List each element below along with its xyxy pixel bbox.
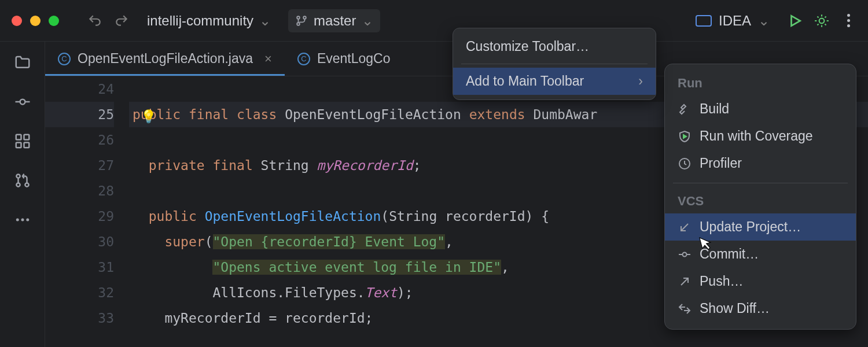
chevron-down-icon: ⌄: [758, 13, 770, 29]
java-class-icon: C: [297, 53, 310, 65]
panel-label: Push…: [700, 274, 743, 289]
svg-point-18: [683, 252, 687, 256]
chevron-down-icon: ⌄: [259, 13, 271, 29]
shield-run-icon: [678, 130, 692, 143]
panel-label: Run with Coverage: [700, 128, 813, 144]
line-gutter: 24 25 26 27 28 29 30 31 32 33: [45, 76, 129, 347]
project-selector[interactable]: intellij-community ⌄: [140, 9, 278, 32]
branch-icon: [295, 14, 308, 27]
menu-item-add-to-toolbar[interactable]: Add to Main Toolbar ›: [453, 68, 656, 95]
svg-rect-7: [24, 135, 29, 140]
panel-label: Show Diff…: [700, 301, 770, 316]
panel-section-vcs: VCS: [665, 189, 856, 213]
chevron-down-icon: ⌄: [362, 13, 373, 29]
editor-tab[interactable]: C OpenEventLogFileAction.java ×: [45, 42, 285, 76]
line-number: 32: [45, 280, 114, 305]
line-number: 28: [45, 178, 114, 204]
undo-button[interactable]: [87, 13, 103, 29]
svg-rect-6: [16, 135, 21, 140]
branch-selector[interactable]: master ⌄: [288, 9, 380, 32]
line-number: 26: [45, 127, 114, 153]
project-name: intellij-community: [147, 13, 253, 29]
maximize-window-button[interactable]: [49, 16, 59, 26]
panel-label: Build: [700, 101, 729, 117]
line-number: 25: [45, 102, 114, 127]
kebab-icon: [847, 14, 850, 27]
hammer-icon: [678, 102, 692, 116]
main-toolbar: intellij-community ⌄ master ⌄ IDEA ⌄: [0, 0, 868, 42]
panel-item-show-diff[interactable]: Show Diff…: [665, 295, 856, 322]
close-window-button[interactable]: [12, 16, 22, 26]
window-controls: [12, 16, 59, 26]
svg-point-4: [819, 18, 825, 23]
menu-item-customize-toolbar[interactable]: Customize Toolbar…: [453, 33, 656, 60]
run-config-name: IDEA: [719, 13, 751, 29]
panel-separator: [673, 183, 848, 183]
line-number: 30: [45, 229, 114, 254]
run-config-selector[interactable]: IDEA ⌄: [689, 9, 777, 32]
toolbar-context-menu: Customize Toolbar… Add to Main Toolbar ›: [453, 28, 656, 100]
panel-section-run: Run: [665, 71, 856, 95]
editor-tab[interactable]: C EventLogCo: [285, 42, 403, 76]
svg-point-2: [297, 23, 300, 25]
svg-rect-9: [24, 143, 29, 148]
arrow-down-left-icon: [678, 220, 692, 234]
structure-tool-button[interactable]: [13, 132, 32, 150]
panel-item-profiler[interactable]: Profiler: [665, 150, 856, 177]
more-tools-button[interactable]: [13, 211, 32, 229]
commit-icon: [678, 248, 692, 261]
svg-marker-16: [683, 135, 686, 138]
tool-window-sidebar: [0, 42, 45, 347]
svg-point-15: [26, 219, 29, 222]
intention-bulb-icon[interactable]: 💡: [141, 104, 156, 130]
menu-label: Customize Toolbar…: [466, 39, 589, 54]
redo-button[interactable]: [113, 13, 130, 29]
panel-item-commit[interactable]: Commit…: [665, 241, 856, 268]
chevron-right-icon: ›: [638, 73, 643, 89]
line-number: 33: [45, 305, 114, 331]
menu-separator: [461, 64, 648, 64]
minimize-window-button[interactable]: [30, 16, 41, 26]
run-button[interactable]: [787, 13, 803, 29]
add-to-toolbar-submenu: Run Build Run with Coverage Profiler VCS…: [664, 64, 856, 330]
panel-item-push[interactable]: Push…: [665, 268, 856, 295]
svg-point-13: [16, 219, 19, 222]
pull-requests-tool-button[interactable]: [13, 171, 32, 190]
panel-item-run-coverage[interactable]: Run with Coverage: [665, 123, 856, 150]
branch-name: master: [314, 13, 356, 29]
svg-rect-8: [16, 143, 21, 148]
project-tool-button[interactable]: [13, 53, 32, 72]
line-number: 27: [45, 153, 114, 178]
menu-label: Add to Main Toolbar: [466, 73, 584, 89]
svg-point-14: [21, 219, 24, 222]
panel-label: Profiler: [700, 156, 742, 171]
arrow-up-right-icon: [678, 275, 692, 289]
svg-point-12: [25, 183, 28, 186]
line-number: 29: [45, 204, 114, 229]
java-class-icon: C: [58, 53, 71, 65]
panel-label: Update Project…: [700, 219, 801, 235]
panel-item-update-project[interactable]: Update Project…: [665, 213, 856, 241]
svg-point-5: [20, 99, 25, 105]
line-number: 31: [45, 254, 114, 280]
more-button[interactable]: [840, 13, 856, 29]
line-number: 24: [45, 76, 114, 102]
close-tab-button[interactable]: ×: [264, 51, 272, 67]
svg-point-0: [297, 16, 300, 19]
svg-point-11: [16, 183, 20, 186]
svg-marker-3: [792, 16, 800, 25]
tab-title: EventLogCo: [317, 51, 391, 67]
panel-item-build[interactable]: Build: [665, 95, 856, 123]
svg-point-10: [16, 174, 20, 178]
svg-point-1: [303, 16, 306, 19]
debug-button[interactable]: [814, 13, 830, 29]
diff-icon: [678, 302, 692, 316]
commit-tool-button[interactable]: [13, 93, 32, 111]
tab-title: OpenEventLogFileAction.java: [78, 51, 253, 67]
run-config-icon: [696, 15, 712, 27]
profiler-icon: [678, 157, 692, 171]
